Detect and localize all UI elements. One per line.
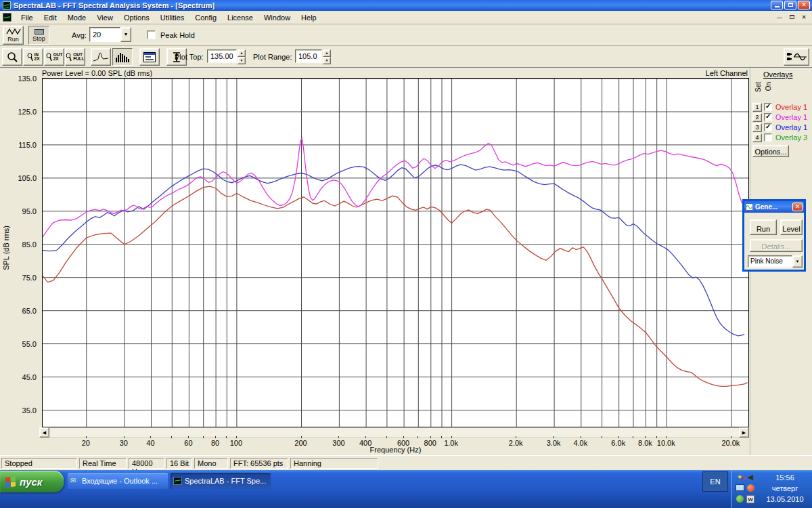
peak-hold-checkbox[interactable] bbox=[147, 30, 156, 39]
status-sample-rate: 48000 Hz bbox=[129, 458, 164, 469]
signal-type-combobox[interactable]: Pink Noise ▼ bbox=[748, 255, 803, 268]
scroll-left-icon[interactable]: ◀ bbox=[39, 427, 49, 438]
taskbar: пуск ✉ Входящие - Outlook ... SpectraLAB… bbox=[0, 470, 812, 508]
close-button[interactable]: ✕ bbox=[798, 1, 810, 9]
menu-config[interactable]: Config bbox=[189, 12, 222, 23]
overlay-1-label: Overlay 1 bbox=[775, 103, 807, 111]
status-bar: Stopped Real Time 48000 Hz 16 Bit Mono F… bbox=[0, 455, 812, 470]
mdi-restore-icon[interactable] bbox=[786, 13, 797, 22]
scroll-right-icon[interactable]: ▶ bbox=[739, 427, 749, 438]
spectrum-curve bbox=[43, 138, 745, 237]
generator-dialog: Gene... ✕ Run Level Details... Pink Nois… bbox=[742, 199, 806, 272]
title-bar: SpectraLAB - FFT Spectral Analysis Syste… bbox=[0, 0, 812, 11]
app-icon bbox=[3, 1, 11, 9]
overlay-set-1-button[interactable]: 1 bbox=[752, 103, 762, 112]
language-indicator[interactable]: EN bbox=[702, 471, 728, 492]
menu-license[interactable]: License bbox=[222, 12, 258, 23]
plot-top-field[interactable]: 135.00 bbox=[207, 49, 237, 63]
zoom-full-icon bbox=[66, 53, 72, 62]
stop-button[interactable]: Stop bbox=[28, 26, 49, 45]
generator-title-bar[interactable]: Gene... ✕ bbox=[744, 201, 804, 213]
avg-combobox[interactable]: 20 ▼ bbox=[89, 27, 131, 42]
overlay-set-3-button[interactable]: 3 bbox=[752, 123, 762, 132]
x-axis-title: Frequency (Hz) bbox=[42, 446, 749, 454]
zoom-out-2x-button[interactable]: OUT2X bbox=[44, 48, 64, 66]
generator-run-button[interactable]: Run bbox=[750, 219, 777, 235]
clock-day: четверг bbox=[760, 483, 810, 494]
menu-help[interactable]: Help bbox=[296, 12, 322, 23]
window-title: SpectraLAB - FFT Spectral Analysis Syste… bbox=[14, 1, 215, 9]
overlay-options-button[interactable]: Options... bbox=[752, 145, 789, 157]
messenger-offline-icon[interactable]: ✦ bbox=[735, 472, 744, 482]
avg-value[interactable]: 20 bbox=[89, 27, 120, 42]
start-button[interactable]: пуск bbox=[0, 471, 64, 492]
spectrum-plot[interactable] bbox=[42, 78, 749, 427]
generator-icon bbox=[746, 203, 753, 211]
plot-range-field[interactable]: 105.0 bbox=[295, 49, 322, 63]
menu-options[interactable]: Options bbox=[118, 12, 155, 23]
antivirus-icon[interactable] bbox=[735, 494, 744, 503]
word-icon[interactable]: W bbox=[746, 494, 755, 503]
chevron-down-icon[interactable]: ▼ bbox=[120, 27, 131, 42]
overlays-panel: Overlays Set On 1 Overlay 1 2 Overlay 1 … bbox=[752, 70, 811, 79]
taskbar-item-outlook[interactable]: ✉ Входящие - Outlook ... bbox=[68, 473, 168, 489]
display-options-button[interactable] bbox=[139, 48, 160, 66]
overlay-on-4-checkbox[interactable] bbox=[764, 133, 772, 142]
overlay-row-4: 4 Overlay 3 bbox=[752, 133, 811, 143]
generator-title: Gene... bbox=[755, 203, 792, 211]
line-plot-mode-button[interactable] bbox=[91, 48, 111, 66]
maximize-button[interactable] bbox=[784, 1, 796, 9]
overlay-on-2-checkbox[interactable] bbox=[764, 113, 772, 121]
zoom-out-full-button[interactable]: OUTFULL bbox=[65, 48, 85, 66]
overlay-row-1: 1 Overlay 1 bbox=[752, 103, 811, 112]
search-icon bbox=[7, 51, 18, 63]
spectrum-view: Power Level = 0.00 SPL (dB rms) Left Cha… bbox=[0, 68, 812, 455]
properties-dialog-icon bbox=[143, 52, 156, 62]
menu-view[interactable]: View bbox=[91, 12, 118, 23]
minimize-button[interactable] bbox=[771, 1, 783, 9]
generator-details-button[interactable]: Details... bbox=[750, 239, 803, 252]
tray-icons: ✦ ◀ W bbox=[735, 472, 758, 505]
plot-range-spinner[interactable]: ▲▼ bbox=[323, 49, 331, 63]
menu-mode[interactable]: Mode bbox=[62, 12, 92, 23]
menu-window[interactable]: Window bbox=[258, 12, 296, 23]
overlay-on-3-checkbox[interactable] bbox=[764, 123, 772, 131]
update-icon[interactable] bbox=[746, 483, 755, 492]
status-bit-depth: 16 Bit bbox=[166, 458, 192, 469]
generator-level-button[interactable]: Level bbox=[780, 219, 803, 235]
zoom-in-2x-button[interactable]: IN2X bbox=[23, 48, 43, 66]
signal-generator-button[interactable] bbox=[784, 48, 809, 66]
overlay-3-label: Overlay 1 bbox=[775, 123, 807, 131]
overlay-set-header: Set bbox=[754, 82, 762, 92]
clock-time: 15:56 bbox=[760, 472, 810, 483]
chevron-down-icon[interactable]: ▼ bbox=[792, 255, 803, 268]
signal-type-value[interactable]: Pink Noise bbox=[748, 255, 792, 268]
start-label: пуск bbox=[20, 476, 42, 488]
plot-top-spinner[interactable]: ▲▼ bbox=[238, 49, 246, 63]
status-run-state: Stopped bbox=[1, 458, 77, 469]
spectrum-curves bbox=[43, 79, 748, 427]
overlay-on-1-checkbox[interactable] bbox=[764, 103, 772, 111]
overlay-set-2-button[interactable]: 2 bbox=[752, 113, 762, 122]
menu-edit[interactable]: Edit bbox=[39, 12, 62, 23]
overlay-set-4-button[interactable]: 4 bbox=[752, 133, 762, 142]
menu-file[interactable]: File bbox=[16, 12, 39, 23]
volume-icon[interactable]: ◀ bbox=[746, 472, 755, 482]
plot-top-label: Plot Top: bbox=[175, 53, 204, 61]
network-icon[interactable] bbox=[735, 483, 744, 492]
clock-date: 13.05.2010 bbox=[760, 494, 810, 505]
bar-plot-mode-button[interactable] bbox=[112, 48, 133, 66]
taskbar-item-spectralab[interactable]: SpectraLAB - FFT Spe... bbox=[171, 473, 271, 489]
channel-label: Left Channel bbox=[690, 69, 748, 77]
spectralab-icon bbox=[173, 477, 182, 485]
run-button[interactable]: Run bbox=[3, 26, 24, 45]
windows-flag-icon bbox=[5, 476, 16, 488]
mdi-close-icon[interactable]: ✕ bbox=[798, 13, 809, 22]
generator-close-icon[interactable]: ✕ bbox=[792, 203, 803, 211]
menu-utilities[interactable]: Utilities bbox=[155, 12, 189, 23]
avg-label: Avg: bbox=[72, 31, 87, 39]
zoom-button[interactable] bbox=[2, 48, 22, 66]
mdi-minimize-icon[interactable]: — bbox=[774, 13, 785, 22]
plot-horizontal-scrollbar[interactable]: ◀ ▶ bbox=[39, 427, 749, 438]
plot-range-label: Plot Range: bbox=[253, 53, 292, 61]
